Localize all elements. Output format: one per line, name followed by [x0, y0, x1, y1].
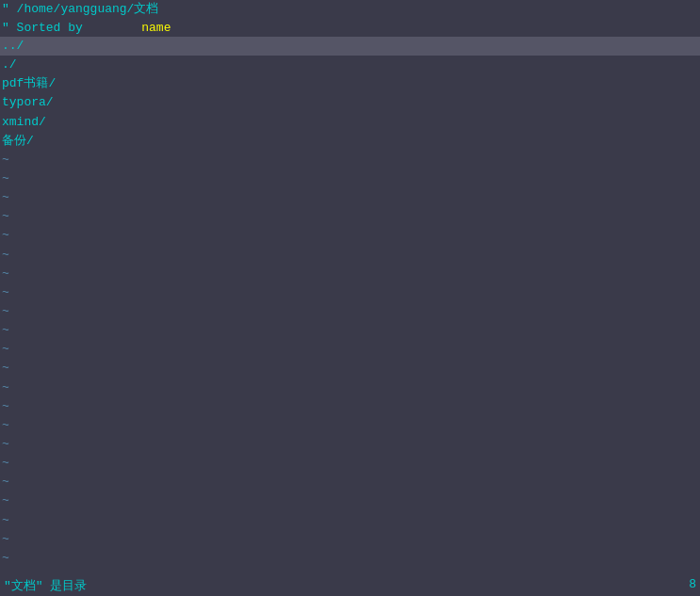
tilde-7: ~: [0, 265, 700, 283]
file-item-current[interactable]: ./: [0, 56, 700, 74]
terminal-window: ========================================…: [0, 0, 700, 596]
sorted-line: " Sorted by name: [0, 19, 700, 38]
tilde-8: ~: [0, 283, 700, 302]
tilde-5: ~: [0, 226, 700, 245]
tilde-19: ~: [0, 491, 700, 510]
tilde-12: ~: [0, 359, 700, 378]
file-item-typora[interactable]: typora/: [0, 93, 700, 112]
status-bar: "文档" 是目录 8: [0, 575, 700, 596]
tilde-10: ~: [0, 321, 700, 340]
tilde-9: ~: [0, 302, 700, 321]
tilde-3: ~: [0, 188, 700, 207]
tilde-17: ~: [0, 454, 700, 473]
tilde-18: ~: [0, 473, 700, 491]
tilde-20: ~: [0, 511, 700, 530]
tilde-14: ~: [0, 397, 700, 416]
sorted-label: " Sorted by: [2, 21, 83, 35]
status-text: "文档" 是目录: [4, 577, 87, 594]
file-item-parent[interactable]: ../: [0, 37, 700, 56]
file-item-xmind[interactable]: xmind/: [0, 113, 700, 132]
status-number: 8: [689, 577, 696, 594]
tilde-16: ~: [0, 435, 700, 454]
tilde-2: ~: [0, 169, 700, 188]
tilde-21: ~: [0, 530, 700, 549]
tilde-6: ~: [0, 246, 700, 265]
file-item-pdf[interactable]: pdf书籍/: [0, 74, 700, 93]
tilde-1: ~: [0, 151, 700, 169]
tilde-15: ~: [0, 416, 700, 435]
tilde-22: ~: [0, 549, 700, 568]
path-line: " /home/yangguang/文档: [0, 0, 700, 19]
file-item-backup[interactable]: 备份/: [0, 132, 700, 151]
sorted-value: name: [141, 21, 171, 35]
tilde-13: ~: [0, 379, 700, 397]
tilde-4: ~: [0, 207, 700, 226]
tilde-11: ~: [0, 340, 700, 359]
sorted-spaces: [90, 21, 135, 35]
